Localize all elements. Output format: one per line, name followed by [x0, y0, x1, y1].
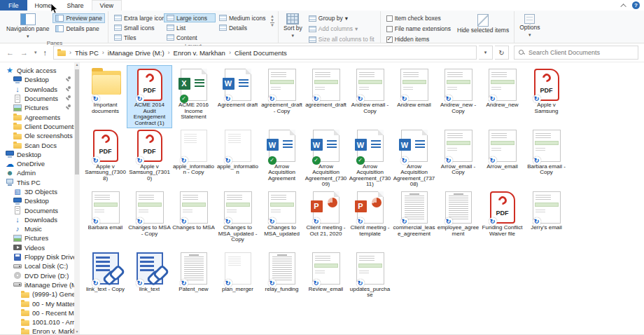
- sidebar-item-ole-screenshots[interactable]: Ole screenshots: [0, 131, 74, 140]
- sidebar-item-this-pc[interactable]: This PC: [0, 178, 74, 187]
- sidebar-item-admin[interactable]: Admin: [0, 168, 74, 177]
- sidebar-item-documents[interactable]: Documents: [0, 94, 74, 103]
- file-tile-important-documents[interactable]: ↻ Important documents: [83, 66, 127, 128]
- gallery-more-icon[interactable]: ▼: [270, 22, 274, 27]
- file-tile-changes-to-msa[interactable]: ↻ Changes to MSA: [172, 189, 216, 250]
- file-tile-arrow-email[interactable]: ↻ Arrow_email: [480, 128, 524, 189]
- search-input[interactable]: [528, 49, 634, 56]
- sidebar-item-documents[interactable]: Documents: [0, 205, 74, 214]
- layout-option-large-icons[interactable]: Large icons: [164, 13, 216, 22]
- sidebar-item-downloads[interactable]: Downloads: [0, 215, 74, 224]
- sidebar-item-00-my-matters[interactable]: 00 - My Matters: [0, 299, 74, 308]
- checkbox-hidden-items[interactable]: ✓Hidden items: [384, 34, 454, 44]
- sidebar-item-quick-access[interactable]: Quick access: [0, 66, 74, 75]
- file-tile-agreement-draft[interactable]: W↻ Agreement draft: [216, 66, 260, 128]
- sidebar-item-desktop[interactable]: Desktop: [0, 150, 74, 159]
- file-tile-apple-v-samsung-73008-[interactable]: PDF↻ Apple v Samsung_(73008): [83, 128, 127, 189]
- sidebar-item-00-recent-matters[interactable]: 00 - Recent Matters: [0, 308, 74, 317]
- file-tile-acme-2016-income-statement[interactable]: X✓ ACME 2016 Income Statement: [172, 66, 216, 128]
- tab-view[interactable]: View: [92, 0, 122, 11]
- file-tile-changes-to-msa-copy[interactable]: ↻ Changes to MSA - Copy: [127, 189, 172, 250]
- sidebar-item-desktop[interactable]: Desktop: [0, 75, 74, 84]
- scrollbar-down-icon[interactable]: ▼: [74, 329, 80, 334]
- layout-gallery-scroll[interactable]: ▲ ▼ ▼: [270, 12, 275, 29]
- sidebar-item-imanage-drive-m-[interactable]: iManage Drive (M:): [0, 280, 74, 289]
- sidebar-item-agreements[interactable]: Agreements: [0, 112, 74, 121]
- preview-pane-button[interactable]: Preview pane: [52, 13, 105, 23]
- file-tile-patent-new[interactable]: ↻ Patent_new: [172, 250, 216, 312]
- navigation-pane-button[interactable]: Navigation pane ▾: [4, 12, 51, 39]
- file-tile-funding-conflict-waiver-file[interactable]: PDF↻ Funding Conflict Waiver file: [480, 189, 524, 250]
- crumb-client-documents[interactable]: Client Documents: [234, 49, 287, 57]
- file-tile-arrow-email-copy[interactable]: ↻ Arrow_email - Copy: [436, 128, 480, 189]
- up-button[interactable]: ↑: [41, 48, 50, 57]
- sidebar-item-desktop[interactable]: Desktop: [0, 196, 74, 205]
- layout-option-extra-large-icons[interactable]: Extra large icons: [111, 13, 163, 22]
- scrollbar-thumb[interactable]: [75, 69, 79, 175]
- sidebar-item-downloads[interactable]: Downloads: [0, 85, 74, 94]
- file-tile-andrew-email-copy[interactable]: ↻ Andrew email - Copy: [348, 66, 392, 128]
- sidebar-item-enron-v-markhan[interactable]: Enron v. Markhan: [0, 327, 74, 334]
- scrollbar-up-icon[interactable]: ▲: [74, 62, 80, 67]
- file-tile-changes-to-msa-updated[interactable]: ↻ Changes to MSA_updated: [260, 189, 304, 250]
- sidebar-item-dvd-drive-d-[interactable]: DVD Drive (D:): [0, 271, 74, 280]
- file-tile-arrow-acquisition-agreement-73009-[interactable]: W✓ Arrow Acquisition Agreement_(73009): [304, 128, 348, 189]
- details-pane-button[interactable]: Details pane: [52, 24, 105, 34]
- file-tile-client-meeting-template[interactable]: P↻ Client meeting - template: [348, 189, 392, 250]
- file-tile-plan-merger[interactable]: ↻ plan_merger: [216, 250, 260, 312]
- checkbox-file-name-extensions[interactable]: File name extensions: [384, 24, 454, 34]
- recent-locations-dropdown[interactable]: ▾: [32, 50, 39, 55]
- file-tile-client-meeting-oct-21-2020[interactable]: P↻ Client meeting - Oct 21, 2020: [304, 189, 348, 250]
- sidebar-item-floppy-disk-drive-a-[interactable]: Floppy Disk Drive (A:): [0, 252, 74, 261]
- size-all-columns-button[interactable]: Size all columns to fit: [306, 34, 377, 44]
- crumb-enron-v-markhan[interactable]: Enron v. Markhan: [174, 49, 225, 57]
- options-button[interactable]: Options ▾: [517, 12, 542, 38]
- collapse-ribbon-icon[interactable]: [620, 4, 626, 9]
- checkbox-item-check-boxes[interactable]: Item check boxes: [384, 13, 454, 23]
- file-tile-arrow-acquisition-agreement[interactable]: W✓ Arrow Acquisition Agreement: [260, 128, 304, 189]
- file-tile-barbara-email[interactable]: ↻ Barbara email: [83, 189, 127, 250]
- address-dropdown-button[interactable]: ▾: [479, 46, 493, 60]
- sidebar-scrollbar[interactable]: ▲ ▼: [74, 62, 80, 334]
- breadcrumb[interactable]: ›This PC›iManage Drive (M:)›Enron v. Mar…: [53, 46, 477, 60]
- help-icon[interactable]: ?: [632, 1, 640, 9]
- file-tile-relay-funding[interactable]: ↻ relay_funding: [260, 250, 304, 312]
- sidebar-item-client-documents[interactable]: Client Documents: [0, 122, 74, 131]
- file-tile-review-email[interactable]: ↻ Review_email: [304, 250, 348, 312]
- layout-option-medium-icons[interactable]: Medium icons: [216, 13, 268, 22]
- file-tile-updates-purchase[interactable]: ↻ updates_purchase: [348, 250, 392, 312]
- file-tile-employee-agreement[interactable]: ↻ employee_agreement: [436, 189, 480, 250]
- sidebar-item-pictures[interactable]: Pictures: [0, 103, 74, 112]
- back-button[interactable]: ←: [4, 48, 16, 57]
- file-tile-agreement-draft-copy[interactable]: ↻ agreement_draft - Copy: [260, 66, 304, 128]
- file-tile-apple-information[interactable]: ↻ apple_information: [216, 128, 260, 189]
- forward-button[interactable]: →: [18, 48, 30, 57]
- file-tile-jerry-s-email[interactable]: ↻ Jerry's email: [524, 189, 568, 250]
- sidebar-item--9999-1-general-projec[interactable]: (9999-1) General Projec: [0, 289, 74, 299]
- layout-option-tiles[interactable]: Tiles: [111, 33, 163, 42]
- sidebar-item-1001-010-arrow-comp[interactable]: 1001.010 - Arrow Comp: [0, 317, 74, 327]
- add-columns-button[interactable]: Add columns ▾: [306, 24, 377, 34]
- layout-option-list[interactable]: List: [164, 23, 216, 32]
- tab-share[interactable]: Share: [59, 0, 92, 11]
- file-tile-andrew-new-copy[interactable]: ↻ Andrew_new - Copy: [436, 66, 480, 128]
- file-tile-apple-v-samsung[interactable]: PDF↻ Apple v Samsung: [524, 66, 568, 128]
- crumb-imanage-drive-m-[interactable]: iManage Drive (M:): [108, 49, 164, 57]
- layout-option-content[interactable]: Content: [164, 33, 216, 42]
- file-tile-apple-v-samsung-73010-[interactable]: PDF↻ Apple v Samsung_(73010): [127, 128, 172, 189]
- layout-option-small-icons[interactable]: Small icons: [111, 23, 163, 32]
- file-tile-link-text-copy[interactable]: ↻ link_text - Copy: [83, 250, 127, 312]
- tab-home[interactable]: Home: [27, 0, 59, 11]
- file-tile-arrow-acquisition-agreement-73708-[interactable]: W↻ Arrow Acquisition Agreement_(73708): [392, 128, 436, 189]
- sidebar-item-scan-docs[interactable]: Scan Docs: [0, 140, 74, 149]
- sidebar-item-videos[interactable]: Videos: [0, 243, 74, 252]
- sidebar-item-music[interactable]: Music: [0, 224, 74, 233]
- crumb-this-pc[interactable]: This PC: [75, 49, 99, 57]
- layout-option-details[interactable]: Details: [216, 23, 268, 32]
- sidebar-item-pictures[interactable]: Pictures: [0, 233, 74, 242]
- tab-file[interactable]: File: [0, 0, 27, 11]
- file-tile-changes-to-msa-updated-copy[interactable]: ↻ Changes to MSA_updated - Copy: [216, 189, 260, 250]
- sort-by-button[interactable]: Sort by ▾: [281, 12, 304, 39]
- file-tile-commercial-lease-agreement[interactable]: ↻ commercial_lease_agreement: [392, 189, 436, 250]
- sidebar-item-local-disk-c-[interactable]: Local Disk (C:): [0, 261, 74, 271]
